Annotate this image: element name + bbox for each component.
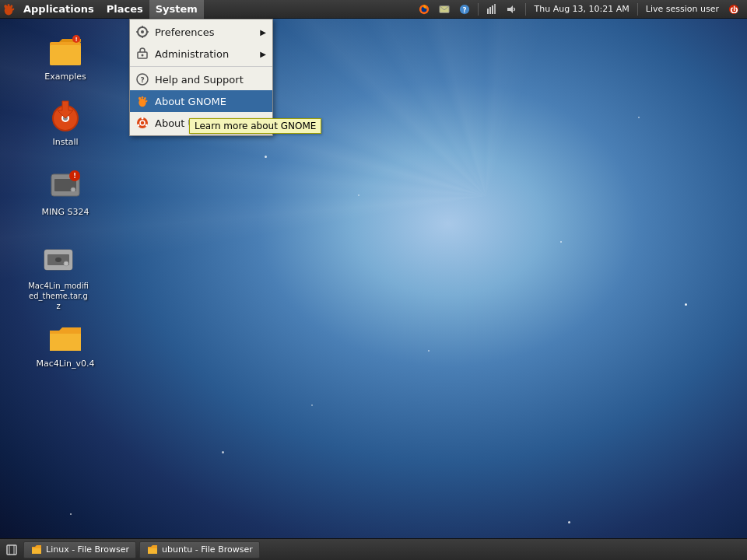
desktop-icon-install[interactable]: Install [34,93,96,151]
taskbar-show-desktop[interactable] [3,541,20,559]
places-menu[interactable]: Places [100,0,149,19]
svg-point-36 [55,257,61,262]
taskbar-linux-browser[interactable]: Linux - File Browser [23,541,136,558]
svg-point-44 [142,54,144,57]
taskbar-ubuntu-browser[interactable]: ubuntu - File Browser [139,541,260,558]
svg-point-2 [8,3,10,6]
svg-point-35 [64,261,68,266]
install-icon [47,96,84,134]
about-gnome-tooltip: Learn more about GNOME [189,118,321,134]
menu-item-help[interactable]: ? Help and Support [130,68,272,90]
menu-item-administration[interactable]: Administration ▶ [130,43,272,65]
top-panel: Applications Places System [0,0,747,19]
svg-point-49 [142,96,144,99]
svg-point-29 [71,187,75,192]
preferences-label: Preferences [155,26,214,38]
preferences-menu-icon [136,26,149,38]
help-panel-icon[interactable]: ? [456,0,473,19]
svg-rect-12 [492,5,493,14]
datetime-display[interactable]: Thu Aug 13, 10:21 AM [531,0,632,19]
menu-item-preferences[interactable]: Preferences ▶ [130,21,272,43]
help-menu-icon: ? [136,73,149,86]
svg-marker-14 [507,5,513,13]
system-menu-button[interactable]: System [149,0,204,19]
desktop-icon-examples[interactable]: ! Examples [34,28,96,86]
about-ubuntu-menu-icon [136,117,149,129]
applications-menu[interactable]: Applications [17,0,100,19]
svg-text:⏻: ⏻ [730,5,738,13]
mail-panel-icon[interactable] [436,0,453,19]
network-panel-icon[interactable] [483,0,500,19]
session-user-display[interactable]: Live session user [643,0,722,19]
menu-item-about-gnome[interactable]: About GNOME [130,90,272,112]
about-gnome-menu-icon [136,95,149,107]
desktop [0,0,747,560]
mac4lin-theme-icon [40,240,77,278]
panel-separator-1 [478,3,479,16]
volume-panel-icon[interactable] [503,0,521,19]
desktop-icon-mac4lin-v04[interactable]: Mac4Lin_v0.4 [34,315,96,373]
svg-rect-18 [50,45,81,65]
menu-separator-1 [130,66,272,67]
desktop-icon-mac4lin-theme[interactable]: Mac4Lin_modified_theme.tar.gz [27,237,89,314]
power-panel-icon[interactable]: ⏻ [725,0,742,19]
panel-left: Applications Places System [0,0,204,18]
examples-icon: ! [47,31,84,68]
preferences-arrow: ▶ [260,28,266,37]
svg-point-56 [137,124,139,127]
administration-label: Administration [155,48,229,60]
desktop-icon-ming[interactable]: ! MING S324 [34,163,96,221]
install-label: Install [52,137,78,148]
taskbar: Linux - File Browser ubuntu - File Brows… [0,538,747,560]
administration-menu-icon [136,47,149,60]
mac4lin-v04-icon [47,318,84,355]
ming-icon: ! [47,166,84,204]
svg-rect-11 [489,7,491,14]
help-support-label: Help and Support [155,74,244,86]
about-gnome-label: About GNOME [155,96,226,107]
gnome-foot-button[interactable] [0,0,17,19]
svg-rect-57 [7,545,16,555]
examples-label: Examples [44,72,86,82]
svg-text:!: ! [73,173,76,180]
administration-arrow: ▶ [260,50,266,58]
ming-label: MING S324 [42,207,89,218]
svg-text:?: ? [463,5,467,13]
svg-point-38 [141,30,144,33]
svg-rect-13 [494,4,496,14]
svg-rect-10 [487,9,489,14]
mac4lin-theme-label: Mac4Lin_modified_theme.tar.gz [27,281,89,311]
panel-right: ? Thu Aug 13, 10:21 AM Live sessi [416,0,747,18]
panel-separator-2 [525,3,526,16]
firefox-panel-icon[interactable] [416,0,433,19]
svg-text:?: ? [140,76,144,84]
panel-separator-3 [637,3,638,16]
mac4lin-v04-label: Mac4Lin_v0.4 [37,359,95,369]
svg-text:!: ! [75,37,77,43]
svg-point-55 [146,124,148,127]
svg-point-54 [142,117,144,120]
